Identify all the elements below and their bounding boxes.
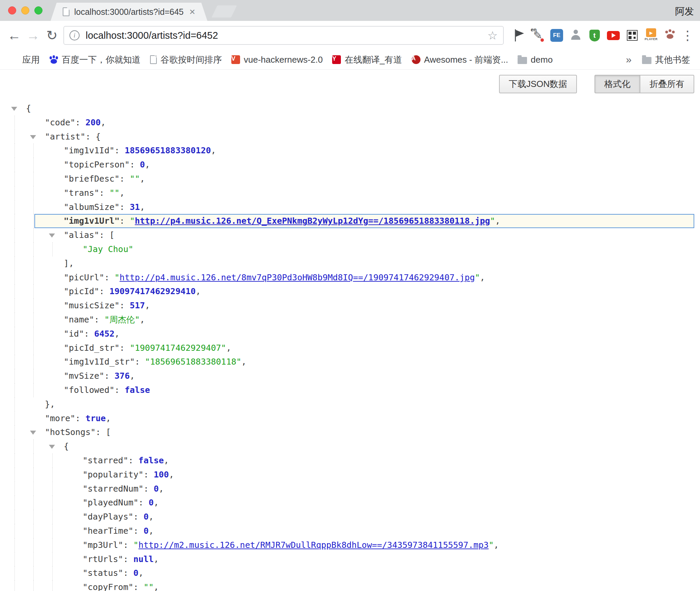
json-line: "albumSize": 31, — [0, 200, 700, 214]
forward-icon[interactable]: → — [24, 29, 42, 42]
json-line: "picId_str": "19097417462929407", — [0, 341, 700, 355]
view-mode-group: 格式化 折叠所有 — [594, 75, 694, 93]
json-line: "picUrl": "http://p4.music.126.net/8mv7q… — [0, 271, 700, 285]
address-bar[interactable]: i localhost:3000/artists?id=6452 ☆ — [63, 26, 504, 45]
baidu-favicon-icon — [49, 55, 58, 64]
bookmark-label: demo — [531, 55, 553, 65]
bookmark-label: 百度一下，你就知道 — [62, 54, 141, 66]
paw-extension-icon[interactable] — [662, 27, 678, 44]
json-line: "followed": false — [0, 383, 700, 397]
vue-favicon-icon: V — [231, 55, 240, 64]
bookmark-label: 在线翻译_有道 — [345, 54, 402, 66]
fehelper-extension-icon[interactable]: FE — [549, 27, 564, 44]
json-viewer-page: 下载JSON数据 格式化 折叠所有 {"code": 200,"artist":… — [0, 70, 700, 591]
tab-bar: localhost:3000/artists?id=645 × 阿发 — [0, 0, 700, 21]
json-line: "hotSongs": [ — [0, 425, 700, 439]
json-url-link[interactable]: http://m2.music.126.net/RMJR7wDullRqppBk… — [139, 540, 489, 550]
tab-close-icon[interactable]: × — [189, 7, 195, 17]
json-toolbar: 下载JSON数据 格式化 折叠所有 — [499, 75, 694, 93]
collapse-triangle-icon[interactable] — [30, 135, 36, 139]
bookmark-item[interactable]: 应用 — [6, 52, 43, 67]
close-window-button[interactable] — [8, 6, 16, 14]
bookmark-label: Awesomes - 前端资... — [424, 54, 508, 66]
youdao-favicon-icon: Y — [332, 55, 341, 64]
json-line: "dayPlays": 0, — [0, 510, 700, 524]
player-extension-icon[interactable]: ▶PLAYER — [643, 27, 659, 44]
json-line: "alias": [ — [0, 228, 700, 242]
json-line: { — [0, 101, 700, 116]
json-line: "rtUrls": null, — [0, 552, 700, 566]
bookmark-label: vue-hackernews-2.0 — [244, 55, 323, 65]
json-line: "hearTime": 0, — [0, 524, 700, 538]
json-line: "picId": 19097417462929410, — [0, 284, 700, 299]
bookmark-label: 应用 — [22, 54, 40, 66]
json-url-link[interactable]: http://p4.music.126.net/8mv7qP30Pd3oHW8b… — [120, 273, 475, 282]
json-line: }, — [0, 397, 700, 411]
youtube-extension-icon[interactable] — [606, 27, 621, 44]
bookmark-item[interactable]: Y在线翻译_有道 — [328, 52, 406, 67]
json-line: ], — [0, 256, 700, 271]
collapse-triangle-icon[interactable] — [11, 107, 17, 111]
json-tree: {"code": 200,"artist": {"img1v1Id": 1856… — [0, 101, 700, 591]
format-button[interactable]: 格式化 — [594, 75, 640, 93]
collapse-triangle-icon[interactable] — [49, 234, 55, 238]
fullscreen-window-button[interactable] — [34, 6, 42, 14]
bookmark-item[interactable]: Vvue-hackernews-2.0 — [228, 53, 326, 67]
json-url-link[interactable]: http://p4.music.126.net/Q_ExePNkmgB2yWyL… — [135, 216, 490, 226]
download-json-button[interactable]: 下载JSON数据 — [499, 75, 577, 93]
window-controls — [8, 6, 42, 14]
tab-favicon-page-icon — [63, 7, 69, 16]
json-line: "musicSize": 517, — [0, 299, 700, 313]
bookmark-item[interactable]: 百度一下，你就知道 — [46, 52, 144, 67]
folder-icon — [642, 57, 651, 64]
collapse-triangle-icon[interactable] — [49, 445, 55, 449]
other-bookmarks-label: 其他书签 — [655, 54, 690, 66]
awesomes-favicon-icon: A — [412, 55, 420, 64]
folder-favicon-icon — [518, 57, 527, 64]
json-line: "starred": false, — [0, 454, 700, 468]
bookmark-star-icon[interactable]: ☆ — [488, 30, 498, 41]
json-line-highlighted: "img1v1Url": "http://p4.music.126.net/Q_… — [0, 214, 700, 228]
pennant-extension-icon[interactable] — [511, 27, 527, 44]
collapse-all-button[interactable]: 折叠所有 — [640, 75, 694, 93]
json-line: "artist": { — [0, 130, 700, 144]
json-line: "status": 0, — [0, 566, 700, 580]
browser-window: localhost:3000/artists?id=645 × 阿发 ← → ↻… — [0, 0, 700, 591]
bookmark-item[interactable]: AAwesomes - 前端资... — [408, 52, 512, 67]
url-text[interactable]: localhost:3000/artists?id=6452 — [86, 30, 488, 41]
profile-name[interactable]: 阿发 — [675, 5, 694, 18]
collapse-triangle-icon[interactable] — [30, 431, 36, 435]
apps-favicon-icon — [10, 55, 19, 64]
bookmark-item[interactable]: 谷歌按时间排序 — [146, 52, 226, 67]
other-bookmarks-folder[interactable]: 其他书签 — [638, 52, 694, 67]
translate-pen-extension-icon[interactable]: ✎en — [530, 27, 546, 44]
json-line: "starredNum": 0, — [0, 482, 700, 496]
shield-extension-icon[interactable]: t — [587, 27, 602, 44]
json-line: "code": 200, — [0, 116, 700, 130]
person-extension-icon[interactable] — [568, 27, 583, 44]
tab-title: localhost:3000/artists?id=645 — [74, 7, 184, 17]
json-line: "trans": "", — [0, 186, 700, 200]
new-tab-button[interactable] — [211, 5, 237, 18]
json-line: "topicPerson": 0, — [0, 158, 700, 172]
json-line: "mp3Url": "http://m2.music.126.net/RMJR7… — [0, 538, 700, 552]
json-line: "more": true, — [0, 411, 700, 426]
minimize-window-button[interactable] — [21, 6, 29, 14]
json-line: "popularity": 100, — [0, 468, 700, 482]
qrcode-extension-icon[interactable] — [624, 27, 640, 44]
page-info-icon[interactable]: i — [69, 30, 80, 40]
bookmarks-bar: 应用百度一下，你就知道谷歌按时间排序Vvue-hackernews-2.0Y在线… — [0, 50, 700, 70]
bookmark-item[interactable]: demo — [514, 53, 556, 67]
page-favicon-icon — [150, 55, 157, 64]
browser-menu-icon[interactable]: ⋮ — [681, 28, 694, 43]
reload-icon[interactable]: ↻ — [42, 29, 61, 42]
navigation-toolbar: ← → ↻ i localhost:3000/artists?id=6452 ☆… — [0, 21, 700, 50]
back-icon[interactable]: ← — [5, 29, 24, 42]
browser-tab[interactable]: localhost:3000/artists?id=645 × — [51, 3, 207, 21]
json-line: { — [0, 439, 700, 454]
json-line: "img1v1Id_str": "18569651883380118", — [0, 355, 700, 369]
json-line: "playedNum": 0, — [0, 496, 700, 510]
json-line: "mvSize": 376, — [0, 369, 700, 383]
bookmarks-overflow-icon[interactable]: » — [621, 54, 636, 65]
json-line: "copyFrom": "", — [0, 580, 700, 591]
